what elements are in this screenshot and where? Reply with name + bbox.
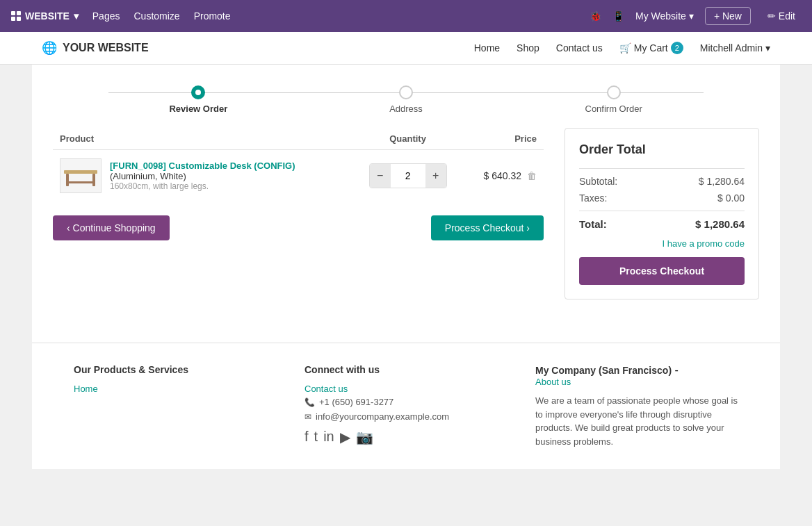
user-dropdown-icon: ▾ (765, 42, 770, 54)
shop-nav-link[interactable]: Shop (517, 42, 539, 54)
svg-rect-1 (66, 174, 69, 186)
main-content: Review Order Address Confirm Order Produ… (32, 65, 780, 343)
delete-button[interactable]: 🗑 (527, 170, 537, 181)
footer-dash: - (675, 364, 679, 376)
continue-shopping-button[interactable]: ‹ Continue Shopping (53, 215, 170, 240)
pages-link[interactable]: Pages (92, 10, 120, 22)
step-review: Review Order (95, 85, 302, 114)
mobile-icon[interactable]: 📱 (612, 10, 624, 22)
promote-link[interactable]: Promote (194, 10, 231, 22)
svg-rect-3 (66, 181, 95, 183)
cart-link[interactable]: 🛒 My Cart 2 (619, 42, 683, 54)
order-table: Product Quantity Price (53, 128, 544, 202)
phone-icon (304, 397, 315, 407)
footer-phone: +1 (650) 691-3277 (304, 397, 508, 407)
order-total-box: Order Total Subtotal: $ 1,280.64 Taxes: … (565, 128, 759, 299)
total-divider-2 (579, 211, 745, 211)
promo-link[interactable]: I have a promo code (579, 238, 745, 249)
taxes-label: Taxes: (579, 192, 607, 204)
product-desc: 160x80cm, with large legs. (110, 181, 295, 191)
site-footer: Our Products & Services Home Connect wit… (32, 343, 780, 469)
user-menu[interactable]: Mitchell Admin ▾ (700, 42, 770, 54)
qty-decrease-button[interactable]: − (370, 164, 391, 188)
quantity-cell: − + (352, 150, 463, 202)
total-label: Total: (579, 218, 607, 230)
footer-email: info@yourcompany.example.com (304, 411, 508, 422)
twitter-icon[interactable]: t (314, 429, 318, 445)
brand-grid-icon (11, 11, 21, 21)
total-value: $ 1,280.64 (695, 218, 745, 230)
cart-label: My Cart (634, 42, 668, 54)
product-subname: (Aluminium, White) (110, 171, 295, 181)
linkedin-icon[interactable]: in (323, 429, 334, 445)
step-address: Address (302, 85, 510, 114)
email-icon (304, 411, 311, 422)
process-checkout-button-box[interactable]: Process Checkout (579, 257, 745, 285)
product-info: [FURN_0098] Customizable Desk (CONFIG) (… (110, 161, 295, 191)
process-checkout-button-main[interactable]: Process Checkout › (431, 215, 544, 240)
step-label-confirm: Confirm Order (585, 104, 642, 114)
site-header: 🌐 YOUR WEBSITE Home Shop Contact us 🛒 My… (0, 32, 812, 65)
col-price: Price (463, 128, 544, 150)
customize-link[interactable]: Customize (133, 10, 179, 22)
step-label-review: Review Order (169, 104, 227, 114)
table-row: [FURN_0098] Customizable Desk (CONFIG) (… (53, 150, 544, 202)
footer-company-desc: We are a team of passionate people whose… (535, 394, 738, 448)
step-confirm: Confirm Order (510, 85, 717, 114)
step-circle-review (191, 85, 205, 99)
youtube-icon[interactable]: ▶ (340, 429, 350, 445)
desk-svg (63, 162, 99, 190)
site-logo-text: YOUR WEBSITE (63, 42, 149, 54)
my-website-dropdown-icon: ▾ (689, 10, 694, 22)
new-button[interactable]: + New (705, 7, 751, 25)
facebook-icon[interactable]: f (304, 429, 309, 445)
svg-rect-0 (64, 170, 97, 174)
edit-button[interactable]: ✏ Edit (762, 8, 801, 24)
footer-home-link[interactable]: Home (74, 384, 277, 394)
action-row: ‹ Continue Shopping Process Checkout › (53, 215, 544, 240)
footer-col-company: My Company (San Francisco) - About us We… (535, 364, 738, 448)
top-nav: WEBSITE ▾ Pages Customize Promote 🐞 📱 My… (0, 0, 812, 32)
site-logo: 🌐 YOUR WEBSITE (42, 40, 149, 56)
my-website-link[interactable]: My Website ▾ (635, 10, 694, 22)
product-cell: [FURN_0098] Customizable Desk (CONFIG) (… (53, 150, 352, 202)
qty-input[interactable] (391, 164, 425, 188)
price-display: $ 640.32 🗑 (470, 170, 537, 181)
footer-col-products: Our Products & Services Home (74, 364, 277, 448)
brand-dropdown-icon: ▾ (74, 10, 79, 22)
grand-total-row: Total: $ 1,280.64 (579, 218, 745, 230)
price-cell: $ 640.32 🗑 (463, 150, 544, 202)
taxes-row: Taxes: $ 0.00 (579, 192, 745, 204)
globe-icon: 🌐 (42, 40, 57, 56)
footer-products-title: Our Products & Services (74, 364, 277, 375)
top-nav-links: Pages Customize Promote (92, 10, 231, 22)
order-total-title: Order Total (579, 142, 745, 157)
footer-connect-title: Connect with us (304, 364, 508, 375)
footer-company-name: My Company (San Francisco) (535, 365, 672, 376)
brand-logo[interactable]: WEBSITE ▾ (11, 10, 79, 22)
cart-badge: 2 (671, 42, 683, 54)
qty-increase-button[interactable]: + (425, 164, 446, 188)
product-image (60, 158, 102, 193)
home-nav-link[interactable]: Home (474, 42, 500, 54)
footer-about-link[interactable]: About us (535, 377, 738, 387)
checkout-steps: Review Order Address Confirm Order (53, 79, 759, 128)
svg-rect-2 (92, 174, 95, 186)
email-address: info@yourcompany.example.com (316, 411, 449, 422)
step-circle-confirm (607, 85, 621, 99)
subtotal-row: Subtotal: $ 1,280.64 (579, 176, 745, 187)
instagram-icon[interactable]: 📷 (356, 429, 373, 445)
user-label: Mitchell Admin (700, 42, 763, 54)
brand-label: WEBSITE (25, 10, 70, 22)
footer-contact-link[interactable]: Contact us (304, 384, 508, 394)
bug-icon[interactable]: 🐞 (590, 10, 601, 22)
footer-col-connect: Connect with us Contact us +1 (650) 691-… (304, 364, 508, 448)
order-table-wrapper: Product Quantity Price (53, 128, 544, 240)
top-nav-right: 🐞 📱 My Website ▾ + New ✏ Edit (590, 7, 801, 25)
price-value: $ 640.32 (484, 170, 522, 181)
site-nav: Home Shop Contact us 🛒 My Cart 2 Mitchel… (474, 42, 770, 54)
footer-company-header: My Company (San Francisco) - About us (535, 364, 738, 387)
product-name[interactable]: [FURN_0098] Customizable Desk (CONFIG) (110, 161, 295, 171)
contact-nav-link[interactable]: Contact us (556, 42, 603, 54)
subtotal-label: Subtotal: (579, 176, 617, 187)
